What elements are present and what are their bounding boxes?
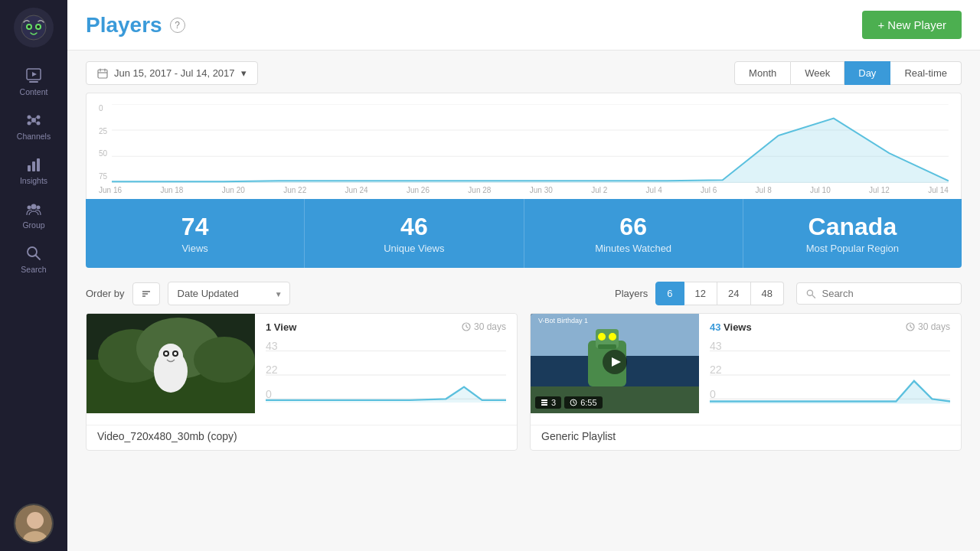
sidebar-item-insights[interactable]: Insights [0, 148, 67, 193]
svg-rect-75 [541, 399, 547, 401]
svg-point-0 [21, 15, 46, 40]
stat-region: Canada Most Popular Region [743, 199, 962, 268]
per-page-48[interactable]: 48 [751, 282, 784, 305]
svg-point-69 [609, 333, 616, 341]
sort-icon-button[interactable] [132, 282, 160, 305]
help-icon[interactable]: ? [170, 18, 185, 33]
card-1-mini-chart: 43 22 0 [266, 333, 506, 417]
stats-bar: 74 Views 46 Unique Views 66 Minutes Watc… [86, 199, 962, 268]
svg-rect-28 [98, 70, 107, 78]
per-page-12[interactable]: 12 [684, 282, 717, 305]
svg-point-26 [27, 512, 44, 529]
svg-point-68 [598, 333, 606, 341]
x-label-1: Jun 18 [160, 186, 183, 194]
stat-views: 74 Views [86, 199, 305, 268]
play-icon [25, 67, 42, 84]
svg-line-24 [36, 256, 41, 260]
date-range-picker[interactable]: Jun 15, 2017 - Jul 14, 2017 ▾ [86, 61, 258, 85]
per-page-24[interactable]: 24 [717, 282, 750, 305]
sidebar-item-content[interactable]: Content [0, 60, 67, 104]
card-2-thumbnail: V-Bot Birthday 1 [531, 314, 699, 413]
x-label-5: Jun 26 [407, 186, 430, 194]
svg-line-55 [466, 327, 469, 328]
stat-minutes: 66 Minutes Watched [524, 199, 743, 268]
card-2-mini-chart: 43 22 0 [710, 333, 950, 417]
player-card-1: 1 View 30 days [86, 313, 518, 451]
stat-unique-number: 46 [320, 213, 508, 241]
stat-minutes-number: 66 [540, 213, 727, 241]
sidebar-item-search[interactable]: Search [0, 237, 67, 282]
svg-text:0: 0 [266, 388, 272, 400]
x-label-4: Jun 24 [345, 186, 368, 194]
sidebar-item-channels[interactable]: Channels [0, 104, 67, 148]
players-section: Players 6 12 24 48 [615, 282, 784, 305]
stat-unique-views: 46 Unique Views [305, 199, 524, 268]
sort-icon [141, 289, 152, 299]
chart-y-axis: 75 50 25 0 [99, 104, 112, 181]
card-1-top-row: 1 View 30 days [266, 321, 506, 333]
list-controls: Order by Date Updated Date Created Name [67, 268, 980, 313]
x-label-6: Jun 28 [468, 186, 491, 194]
card-2-top-row: 43 Views 30 days [710, 321, 950, 333]
channels-label: Channels [17, 132, 51, 141]
filters-row: Jun 15, 2017 - Jul 14, 2017 ▾ Month Week… [67, 51, 980, 93]
date-picker-arrow: ▾ [241, 67, 247, 79]
card-2-overlay: 3 6:55 [535, 396, 603, 409]
svg-line-16 [35, 122, 37, 123]
svg-line-41 [812, 295, 815, 298]
x-label-10: Jul 6 [701, 186, 717, 194]
card-2-time: 30 days [906, 321, 950, 332]
svg-point-48 [158, 344, 183, 368]
play-button-icon [601, 348, 629, 376]
time-btn-day[interactable]: Day [844, 61, 890, 85]
svg-rect-76 [541, 402, 547, 403]
avatar[interactable] [14, 504, 54, 543]
time-btn-realtime[interactable]: Real-time [890, 61, 962, 85]
players-label: Players [615, 288, 648, 299]
time-btn-week[interactable]: Week [791, 61, 844, 85]
card-2-info: 43 Views 30 days [699, 314, 961, 425]
insights-label: Insights [20, 176, 47, 185]
svg-rect-18 [32, 161, 35, 171]
stat-minutes-label: Minutes Watched [540, 243, 727, 254]
order-select-wrapper: Date Updated Date Created Name [168, 282, 290, 305]
play-button-overlay[interactable] [601, 348, 629, 379]
stat-region-value: Canada [759, 213, 946, 241]
stat-unique-label: Unique Views [320, 243, 508, 254]
search-label: Search [21, 265, 46, 274]
chart-svg [112, 104, 949, 183]
search-input[interactable] [822, 288, 952, 299]
svg-point-9 [28, 116, 31, 119]
group-label: Group [22, 220, 44, 230]
sidebar-item-group[interactable]: Group [0, 193, 67, 237]
card-1-title: Video_720x480_30mb (copy) [87, 425, 517, 450]
svg-line-13 [31, 117, 33, 119]
header-left: Players ? [86, 13, 185, 37]
svg-line-14 [35, 117, 37, 119]
svg-line-83 [910, 327, 913, 328]
time-btn-month[interactable]: Month [734, 61, 791, 85]
search-section [796, 282, 962, 305]
calendar-icon [97, 68, 108, 79]
card-1-time: 30 days [462, 321, 506, 332]
svg-point-21 [28, 206, 31, 210]
page-title: Players [86, 13, 162, 37]
svg-marker-36 [112, 119, 949, 184]
x-label-12: Jul 10 [810, 186, 831, 194]
card-1-thumbnail [87, 314, 255, 413]
search-nav-icon [25, 245, 42, 262]
players-and-search: Players 6 12 24 48 [615, 282, 962, 305]
svg-point-51 [165, 352, 168, 355]
new-player-button[interactable]: + New Player [862, 11, 962, 39]
order-select[interactable]: Date Updated Date Created Name [168, 282, 290, 305]
y-label-25: 25 [99, 127, 107, 135]
y-label-50: 50 [99, 149, 107, 158]
order-by-label: Order by [86, 288, 125, 299]
svg-point-4 [37, 25, 40, 28]
per-page-6[interactable]: 6 [655, 282, 684, 305]
page-header: Players ? + New Player [67, 0, 980, 51]
main-content: Players ? + New Player Jun 15, 2017 - Ju… [67, 0, 980, 551]
playlist-icon [541, 399, 548, 406]
x-label-2: Jun 20 [222, 186, 245, 194]
svg-line-15 [31, 122, 33, 123]
